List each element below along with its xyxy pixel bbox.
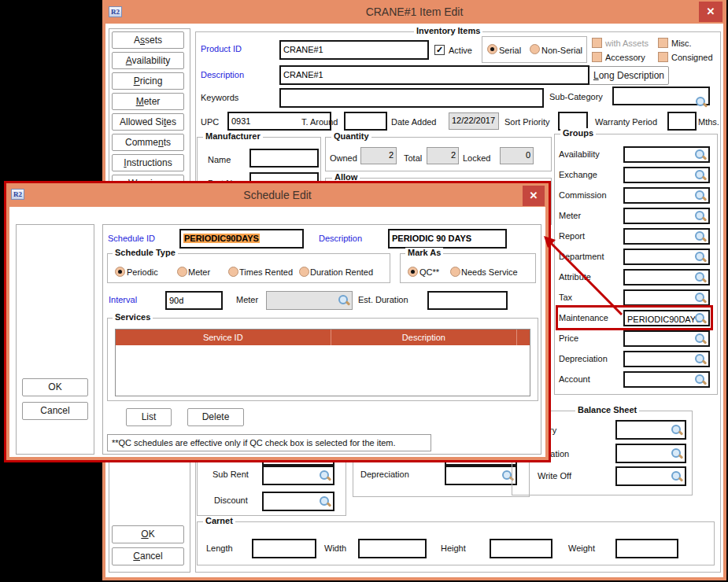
sidebar-item-pricing[interactable]: Pricing xyxy=(112,72,184,90)
non-serial-radio[interactable] xyxy=(530,44,540,54)
group-exchange-label: Exchange xyxy=(559,170,597,179)
group-exchange-field[interactable] xyxy=(623,167,710,183)
consigned-checkbox[interactable] xyxy=(658,52,668,62)
sub-rent-field[interactable] xyxy=(262,466,334,485)
group-availability-field[interactable] xyxy=(623,146,710,163)
schedule-edit-titlebar[interactable]: R2 Schedule Edit ✕ xyxy=(6,183,549,207)
search-icon[interactable] xyxy=(319,470,331,482)
search-icon[interactable] xyxy=(694,210,707,223)
description-field[interactable]: CRANE#1 xyxy=(279,65,589,85)
serial-radio[interactable] xyxy=(487,44,497,54)
meter-type-radio[interactable] xyxy=(177,267,187,277)
active-label: Active xyxy=(449,46,472,55)
item-edit-titlebar[interactable]: R2 CRANE#1 Item Edit ✕ xyxy=(102,0,726,24)
group-attribute-field[interactable] xyxy=(623,269,710,285)
search-icon[interactable] xyxy=(694,333,707,345)
delete-button[interactable]: Delete xyxy=(187,408,244,426)
services-table[interactable]: Service ID Description xyxy=(115,329,530,396)
keywords-field[interactable] xyxy=(279,88,544,108)
duration-rented-label: Duration Rented xyxy=(310,267,373,277)
width-label: Width xyxy=(324,543,346,553)
periodic-radio[interactable] xyxy=(115,267,125,277)
product-id-field[interactable]: CRANE#1 xyxy=(279,40,429,60)
schedule-ok-button[interactable]: OK xyxy=(22,378,88,396)
locked-field: 0 xyxy=(500,147,534,164)
search-icon[interactable] xyxy=(694,230,707,243)
acc-depreciation-field[interactable] xyxy=(615,444,686,463)
service-id-column-header[interactable]: Service ID xyxy=(116,330,331,345)
non-serial-label: Non-Serial xyxy=(541,46,582,55)
search-icon[interactable] xyxy=(694,292,707,304)
sub-category-search-icon[interactable] xyxy=(695,96,708,109)
search-icon[interactable] xyxy=(338,294,350,307)
sidebar-item-instructions[interactable]: Instructions xyxy=(112,154,184,171)
manufacturer-name-field[interactable] xyxy=(249,149,319,168)
search-icon[interactable] xyxy=(694,374,707,386)
group-department-field[interactable] xyxy=(623,249,710,265)
schedule-description-field[interactable]: PERIODIC 90 DAYS xyxy=(388,229,507,249)
est-duration-field[interactable] xyxy=(427,291,508,310)
search-icon[interactable] xyxy=(694,190,707,202)
group-commission-label: Commission xyxy=(559,190,607,200)
t-around-label: T. Around xyxy=(301,117,338,127)
inventory-field[interactable] xyxy=(615,420,686,440)
group-depreciation-label: Depreciation xyxy=(559,354,608,363)
sidebar-item-comments[interactable]: Comments xyxy=(112,134,184,151)
with-assets-checkbox[interactable] xyxy=(592,38,602,48)
times-rented-radio[interactable] xyxy=(228,267,238,277)
interval-field[interactable]: 90d xyxy=(165,291,223,310)
height-field[interactable] xyxy=(490,539,552,558)
group-report-field[interactable] xyxy=(623,228,710,245)
desktop: R2 CRANE#1 Item Edit ✕ Assets Availabili… xyxy=(0,0,728,582)
quantity-title: Quantity xyxy=(331,131,371,141)
schedule-cancel-button[interactable]: Cancel xyxy=(22,402,88,420)
balance-sheet-title: Balance Sheet xyxy=(575,405,639,414)
long-description-button[interactable]: Long Description xyxy=(589,66,669,85)
group-price-field[interactable] xyxy=(623,330,710,347)
search-icon[interactable] xyxy=(319,495,331,508)
search-icon[interactable] xyxy=(671,448,683,460)
close-icon[interactable]: ✕ xyxy=(699,2,722,22)
write-off-field[interactable] xyxy=(615,466,686,486)
with-assets-label: with Assets xyxy=(605,39,649,48)
active-checkbox[interactable] xyxy=(434,45,445,55)
qc-radio[interactable] xyxy=(408,267,418,277)
discount-field[interactable] xyxy=(262,492,334,511)
t-around-field[interactable] xyxy=(344,112,387,131)
sidebar-item-assets[interactable]: Assets xyxy=(112,31,184,49)
schedule-id-field[interactable]: PERIODIC90DAYS xyxy=(179,229,304,249)
search-icon[interactable] xyxy=(671,470,683,483)
duration-rented-radio[interactable] xyxy=(299,267,309,277)
search-icon[interactable] xyxy=(694,251,707,263)
group-account-field[interactable] xyxy=(623,371,710,388)
sidebar-item-meter[interactable]: Meter xyxy=(112,93,184,110)
warranty-period-field[interactable] xyxy=(667,112,697,131)
sidebar-item-allowed-sites[interactable]: Allowed Sites xyxy=(112,113,184,131)
group-meter-field[interactable] xyxy=(623,208,710,224)
list-button[interactable]: List xyxy=(126,408,172,426)
sidebar-item-availability[interactable]: Availability xyxy=(112,52,184,69)
group-tax-field[interactable] xyxy=(623,289,710,306)
group-depreciation-field[interactable] xyxy=(623,351,710,367)
close-icon[interactable]: ✕ xyxy=(523,186,545,206)
misc-checkbox[interactable] xyxy=(658,38,668,48)
item-cancel-button[interactable]: Cancel xyxy=(112,547,184,565)
description-column-header[interactable]: Description xyxy=(331,330,518,345)
search-icon[interactable] xyxy=(694,271,707,284)
accessory-checkbox[interactable] xyxy=(592,52,602,62)
search-icon[interactable] xyxy=(694,169,707,182)
search-icon[interactable] xyxy=(694,353,707,366)
schedule-edit-window: R2 Schedule Edit ✕ OK Cancel Schedule ID… xyxy=(4,181,551,462)
item-ok-button[interactable]: OK xyxy=(112,525,184,543)
needs-service-radio[interactable] xyxy=(450,267,460,277)
length-field[interactable] xyxy=(252,539,316,558)
qc-label: QC** xyxy=(419,267,439,277)
group-commission-field[interactable] xyxy=(623,187,710,204)
width-field[interactable] xyxy=(358,539,427,558)
annotation-arrow xyxy=(541,234,636,321)
search-icon[interactable] xyxy=(671,424,683,436)
search-icon[interactable] xyxy=(694,149,707,161)
depreciation-field[interactable] xyxy=(445,466,517,485)
weight-field[interactable] xyxy=(615,539,678,558)
warranty-period-label: Warranty Period xyxy=(595,117,657,127)
